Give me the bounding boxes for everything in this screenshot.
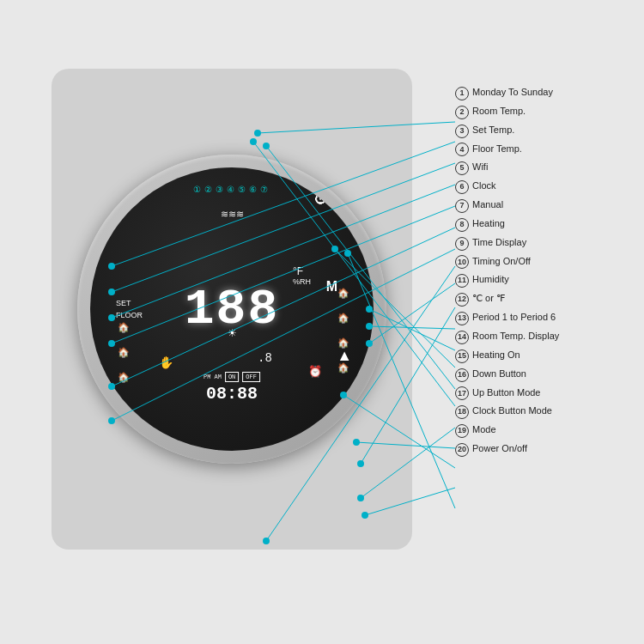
ann-text-12: ℃ or ℉: [472, 292, 505, 304]
annotation-item-2: 2Room Temp.: [455, 105, 635, 119]
circle-bezel: ①②③④⑤⑥⑦ ≋≋≋ ⏻ M SET FLOOR 188: [77, 155, 386, 464]
annotation-item-15: 15Heating On: [455, 349, 635, 363]
ann-text-10: Timing On/Off: [472, 255, 531, 267]
ann-num-13: 13: [455, 312, 469, 325]
annotation-item-5: 5Wifi: [455, 161, 635, 175]
time-value: 08:88: [204, 384, 260, 404]
period-numbers: ①②③④⑤⑥⑦: [146, 185, 318, 194]
annotation-item-19: 19Mode: [455, 423, 635, 438]
icon-home-left-3: 🏠: [118, 372, 130, 383]
sun-icon: ☀: [228, 327, 237, 339]
left-icons-group: 🏠 🏠 🏠: [118, 322, 130, 383]
up-arrow-icon[interactable]: ▲: [337, 347, 352, 365]
temp-unit: °F: [293, 266, 311, 276]
ann-text-9: Time Display: [472, 236, 526, 248]
ann-num-10: 10: [455, 255, 469, 269]
ann-num-1: 1: [455, 87, 469, 100]
ann-text-8: Heating: [472, 217, 505, 229]
circle-inner: ①②③④⑤⑥⑦ ≋≋≋ ⏻ M SET FLOOR 188: [90, 167, 374, 451]
ann-num-4: 4: [455, 143, 469, 156]
ann-text-16: Down Button: [472, 368, 526, 380]
annotation-item-13: 13Period 1 to Period 6: [455, 311, 635, 325]
annotation-item-16: 16Down Button: [455, 368, 635, 382]
ann-num-17: 17: [455, 386, 469, 400]
ann-num-20: 20: [455, 443, 469, 457]
annotation-item-1: 1Monday To Sunday: [455, 86, 635, 100]
ann-num-8: 8: [455, 218, 469, 232]
ann-text-1: Monday To Sunday: [472, 86, 553, 98]
clock-icon: ⏰: [308, 365, 322, 378]
annotation-item-8: 8Heating: [455, 217, 635, 232]
main-container: ①②③④⑤⑥⑦ ≋≋≋ ⏻ M SET FLOOR 188: [0, 0, 644, 644]
ann-text-11: Humidity: [472, 273, 509, 285]
ann-num-2: 2: [455, 106, 469, 119]
on-off-row: PM AM ON OFF: [204, 372, 260, 382]
icon-home-left-2: 🏠: [118, 347, 130, 358]
ann-num-9: 9: [455, 237, 469, 251]
annotation-item-11: 11Humidity: [455, 273, 635, 288]
unit-rh: °F %RH: [293, 266, 311, 287]
ann-num-11: 11: [455, 274, 469, 288]
annotation-item-9: 9Time Display: [455, 236, 635, 251]
ann-num-7: 7: [455, 199, 469, 213]
icon-home-2: 🏠: [337, 313, 349, 324]
temp-display-area: 188 °F %RH: [137, 253, 326, 365]
ann-num-12: 12: [455, 293, 469, 307]
ann-text-6: Clock: [472, 179, 496, 191]
ann-text-19: Mode: [472, 423, 496, 435]
annotation-item-20: 20Power On/off: [455, 442, 635, 457]
ann-text-20: Power On/off: [472, 442, 527, 454]
ann-text-18: Clock Button Mode: [472, 404, 552, 416]
device-area: ①②③④⑤⑥⑦ ≋≋≋ ⏻ M SET FLOOR 188: [52, 69, 412, 550]
ann-text-14: Room Temp. Display: [472, 330, 559, 342]
ann-text-4: Floor Temp.: [472, 143, 522, 155]
ann-text-2: Room Temp.: [472, 105, 526, 117]
ann-num-14: 14: [455, 331, 469, 344]
annotations-panel: 1Monday To Sunday2Room Temp.3Set Temp.4F…: [455, 86, 635, 461]
heating-icon: ≋≋≋: [221, 209, 244, 220]
annotation-item-4: 4Floor Temp.: [455, 143, 635, 157]
annotation-item-3: 3Set Temp.: [455, 124, 635, 138]
ann-num-18: 18: [455, 405, 469, 419]
hand-icon: ✋: [159, 355, 173, 369]
annotation-item-18: 18Clock Button Mode: [455, 404, 635, 419]
ann-text-5: Wifi: [472, 161, 488, 173]
annotation-item-17: 17Up Button Mode: [455, 386, 635, 401]
annotation-item-7: 7Manual: [455, 198, 635, 213]
down-arrow-icon[interactable]: ▽: [340, 402, 352, 421]
annotation-item-14: 14Room Temp. Display: [455, 330, 635, 344]
sub-temp: .8: [258, 351, 272, 365]
annotation-item-10: 10Timing On/Off: [455, 255, 635, 270]
icon-home-1: 🏠: [337, 288, 349, 299]
ann-text-17: Up Button Mode: [472, 386, 541, 398]
m-label: M: [326, 279, 337, 295]
annotation-item-12: 12℃ or ℉: [455, 292, 635, 307]
off-box: OFF: [242, 372, 260, 382]
ann-num-3: 3: [455, 125, 469, 138]
ann-num-16: 16: [455, 368, 469, 382]
rh-label: %RH: [293, 276, 311, 287]
ann-num-15: 15: [455, 349, 469, 363]
ann-num-5: 5: [455, 161, 469, 175]
pm-label: PM: [204, 374, 210, 380]
ann-text-7: Manual: [472, 198, 503, 210]
ann-num-6: 6: [455, 180, 469, 194]
annotation-item-6: 6Clock: [455, 179, 635, 194]
ann-text-13: Period 1 to Period 6: [472, 311, 556, 323]
icon-home-left-1: 🏠: [118, 322, 130, 333]
am-label: AM: [214, 374, 221, 380]
ann-text-3: Set Temp.: [472, 124, 514, 136]
bottom-display: PM AM ON OFF 08:88: [204, 372, 260, 404]
on-box: ON: [225, 372, 239, 382]
ann-text-15: Heating On: [472, 349, 520, 361]
power-icon[interactable]: ⏻: [314, 191, 326, 205]
ann-num-19: 19: [455, 424, 469, 438]
